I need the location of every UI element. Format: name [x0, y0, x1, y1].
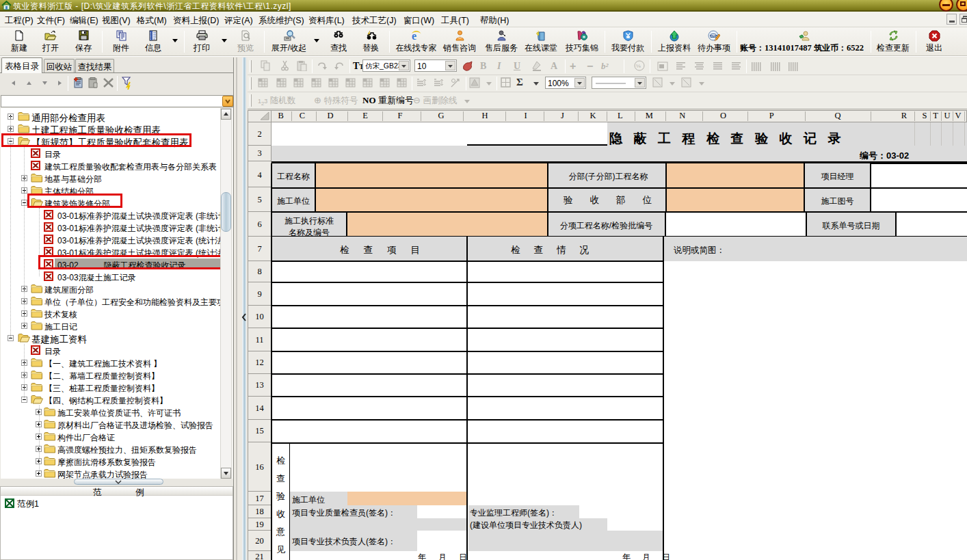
svg-text:⅛: ⅛	[636, 63, 641, 69]
